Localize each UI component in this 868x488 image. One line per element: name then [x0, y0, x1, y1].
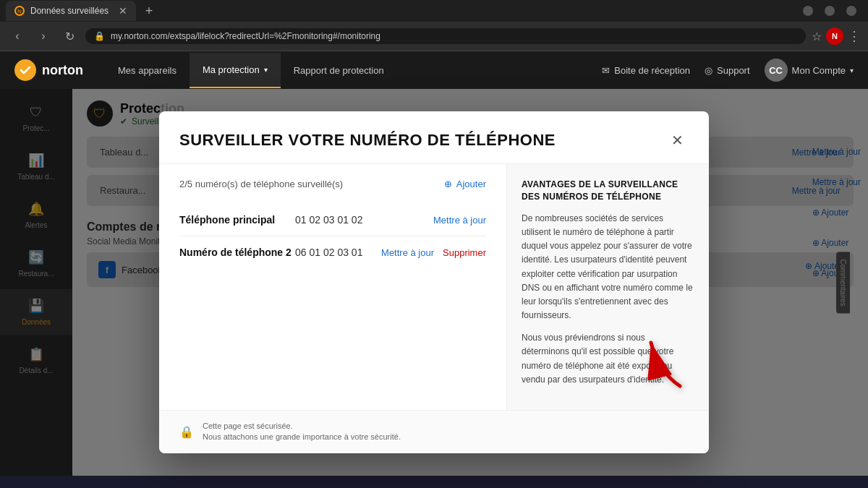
- delete-phone-2-button[interactable]: Supprimer: [443, 247, 486, 258]
- red-arrow-svg: [637, 328, 694, 401]
- inbox-button[interactable]: ✉ Boite de réception: [602, 65, 690, 76]
- refresh-button[interactable]: ↻: [59, 26, 80, 46]
- nav-rapport-protection[interactable]: Rapport de protection: [281, 53, 397, 87]
- bookmark-icon[interactable]: ☆: [812, 30, 822, 43]
- norton-extension-icon[interactable]: N: [826, 27, 843, 45]
- phone-monitor-modal: SURVEILLER VOTRE NUMÉRO DE TÉLÉPHONE ✕ 2…: [159, 111, 709, 453]
- phone-actions-2: Mettre à jour Supprimer: [381, 247, 486, 258]
- update-phone-1-button[interactable]: Mettre à jour: [433, 215, 486, 226]
- main-content: 🛡 Protec... 📊 Tableau d... 🔔 Alertes 🔄 R…: [0, 89, 868, 476]
- lock-icon: 🔒: [179, 425, 194, 439]
- window-close-button[interactable]: ✕: [846, 6, 856, 16]
- security-line-2: Nous attachons une grande importance à v…: [203, 432, 401, 442]
- browser-tab[interactable]: N Données surveillées ✕: [6, 1, 136, 21]
- modal-header: SURVEILLER VOTRE NUMÉRO DE TÉLÉPHONE ✕: [159, 111, 709, 164]
- tab-title: Données surveillées: [30, 6, 113, 16]
- back-button[interactable]: ‹: [7, 26, 27, 46]
- security-line-1: Cette page est sécurisée.: [203, 421, 401, 432]
- header-nav: Mes appareils Ma protection ▾ Rapport de…: [105, 53, 580, 88]
- window-restore-button[interactable]: ❐: [825, 6, 835, 16]
- support-button[interactable]: ◎ Support: [705, 65, 750, 76]
- plus-circle-icon: ⊕: [444, 179, 452, 189]
- new-tab-button[interactable]: +: [139, 1, 159, 21]
- norton-checkmark-icon: [19, 64, 32, 77]
- annotation-arrow: [637, 328, 694, 403]
- chevron-down-icon: ▾: [264, 66, 268, 74]
- norton-logo: norton: [14, 59, 83, 81]
- modal-overlay: SURVEILLER VOTRE NUMÉRO DE TÉLÉPHONE ✕ 2…: [0, 89, 868, 476]
- ssl-icon: 🔒: [94, 31, 105, 41]
- address-bar[interactable]: 🔒 my.norton.com/extspa/lifelock?redirect…: [85, 28, 806, 44]
- right-panel-paragraph-1: De nombreuses sociétés de services utili…: [522, 212, 694, 323]
- modal-footer: 🔒 Cette page est sécurisée. Nous attacho…: [159, 410, 709, 453]
- add-phone-button[interactable]: ⊕ Ajouter: [444, 179, 486, 189]
- app-header: norton Mes appareils Ma protection ▾ Rap…: [0, 51, 868, 89]
- phone-counter: 2/5 numéro(s) de téléphone surveillé(s) …: [179, 179, 486, 189]
- browser-nav: ‹ › ↻ 🔒 my.norton.com/extspa/lifelock?re…: [0, 22, 868, 51]
- forward-button[interactable]: ›: [33, 26, 54, 46]
- modal-title: SURVEILLER VOTRE NUMÉRO DE TÉLÉPHONE: [179, 131, 556, 150]
- right-panel-title: AVANTAGES DE LA SURVEILLANCE DES NUMÉROS…: [522, 179, 694, 203]
- update-phone-2-button[interactable]: Mettre à jour: [381, 247, 434, 258]
- modal-body: 2/5 numéro(s) de téléphone surveillé(s) …: [159, 164, 709, 410]
- phone-actions-1: Mettre à jour: [433, 215, 486, 226]
- phone-row-1: Téléphone principal 01 02 03 01 02 Mettr…: [179, 204, 486, 236]
- modal-close-button[interactable]: ✕: [665, 129, 689, 152]
- avatar: CC: [765, 59, 788, 82]
- browser-menu-icon[interactable]: ⋮: [848, 28, 861, 44]
- account-chevron-icon: ▾: [850, 67, 854, 74]
- nav-ma-protection[interactable]: Ma protection ▾: [190, 53, 281, 88]
- window-minimize-button[interactable]: —: [803, 6, 813, 16]
- phone-number-1: 01 02 03 01 02: [295, 214, 433, 226]
- support-icon: ◎: [705, 65, 712, 76]
- account-menu[interactable]: CC Mon Compte ▾: [765, 59, 854, 82]
- url-text: my.norton.com/extspa/lifelock?redirectUr…: [111, 31, 797, 41]
- nav-mes-appareils[interactable]: Mes appareils: [105, 53, 190, 87]
- phone-label-1: Téléphone principal: [179, 214, 295, 226]
- header-right: ✉ Boite de réception ◎ Support CC Mon Co…: [602, 59, 854, 82]
- modal-left-panel: 2/5 numéro(s) de téléphone surveillé(s) …: [159, 164, 506, 410]
- norton-logo-icon: [14, 59, 36, 81]
- tab-close-button[interactable]: ✕: [119, 5, 127, 17]
- phone-number-2: 06 01 02 03 01: [295, 247, 381, 258]
- norton-app: norton Mes appareils Ma protection ▾ Rap…: [0, 51, 868, 476]
- phone-row-2: Numéro de téléphone 2 06 01 02 03 01 Met…: [179, 236, 486, 268]
- tab-favicon: N: [14, 6, 25, 16]
- phone-label-2: Numéro de téléphone 2: [179, 247, 295, 258]
- inbox-icon: ✉: [602, 65, 610, 76]
- norton-logo-text: norton: [42, 63, 83, 78]
